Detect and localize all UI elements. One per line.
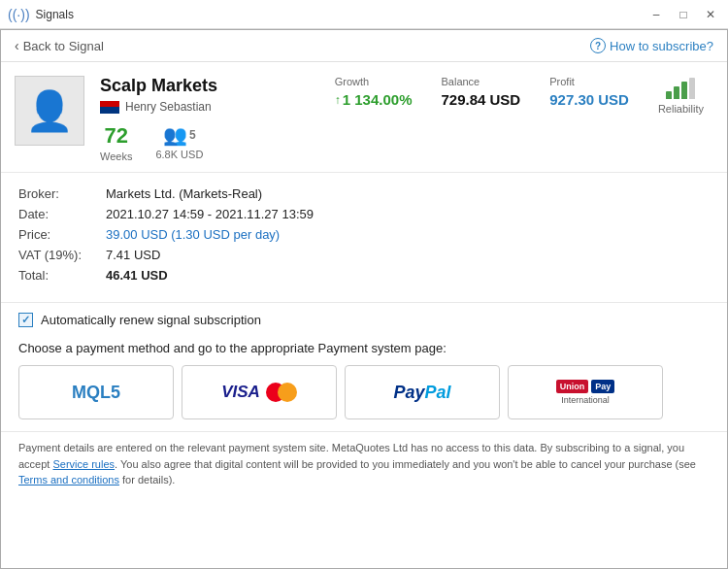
date-value: 2021.10.27 14:59 - 2021.11.27 13:59 xyxy=(106,207,314,221)
reliability-bars-icon xyxy=(666,76,695,99)
price-label: Price: xyxy=(18,227,106,242)
unionpay-label: International xyxy=(561,395,610,405)
payment-methods: MQL5 VISA PayPal xyxy=(18,365,710,419)
price-value: 39.00 USD (1.30 USD per day) xyxy=(106,227,280,242)
footer-note: Payment details are entered on the relev… xyxy=(1,431,727,496)
weeks-value: 72 xyxy=(104,123,127,149)
maximize-button[interactable]: □ xyxy=(674,5,693,24)
terms-link[interactable]: Terms and conditions xyxy=(18,474,119,485)
signal-header: 👤 Scalp Markets Henry Sebastian 72 Weeks… xyxy=(1,62,727,173)
total-label: Total: xyxy=(18,268,106,283)
profit-value: 927.30 USD xyxy=(549,91,629,108)
broker-row: Broker: Markets Ltd. (Markets-Real) xyxy=(18,186,710,201)
visa-payment-card[interactable]: VISA xyxy=(182,365,337,419)
signal-author: Henry Sebastian xyxy=(100,100,319,114)
vat-row: VAT (19%): 7.41 USD xyxy=(18,248,710,262)
subscribers-section: 👥 5 6.8K USD xyxy=(155,123,203,160)
total-value: 46.41 USD xyxy=(106,268,168,283)
signal-info: Scalp Markets Henry Sebastian 72 Weeks 👥… xyxy=(100,76,319,162)
date-label: Date: xyxy=(18,207,106,221)
vat-label: VAT (19%): xyxy=(18,248,106,262)
mc-orange-circle xyxy=(278,383,297,402)
auto-renew-checkbox[interactable]: ✓ xyxy=(18,313,33,327)
growth-value: 1 134.00% xyxy=(343,91,413,108)
mql5-payment-card[interactable]: MQL5 xyxy=(18,365,174,419)
unionpay-payment-card[interactable]: Union Pay International xyxy=(508,365,663,419)
growth-label: Growth xyxy=(335,76,369,87)
paypal-pay-text: Pay xyxy=(393,383,424,402)
visa-group: VISA xyxy=(221,383,297,402)
mql5-logo: MQL5 xyxy=(72,383,120,403)
help-circle-icon: ? xyxy=(590,38,606,53)
unionpay-top: Union Pay xyxy=(556,380,615,393)
back-to-signal-link[interactable]: ‹ Back to Signal xyxy=(15,38,104,53)
visa-logo: VISA xyxy=(221,383,260,402)
weeks-section: 72 Weeks xyxy=(100,123,132,162)
profit-stat: Profit 927.30 USD xyxy=(549,76,629,108)
growth-value-group: ↑ 1 134.00% xyxy=(335,91,413,108)
avatar: 👤 xyxy=(15,76,84,146)
how-to-subscribe-link[interactable]: ? How to subscribe? xyxy=(590,38,713,53)
main-window: ‹ Back to Signal ? How to subscribe? 👤 S… xyxy=(0,29,728,569)
auto-renew-label: Automatically renew signal subscription xyxy=(41,313,261,327)
profit-label: Profit xyxy=(549,76,575,87)
price-row: Price: 39.00 USD (1.30 USD per day) xyxy=(18,227,710,242)
back-label: Back to Signal xyxy=(23,39,104,53)
flag-icon xyxy=(100,101,119,114)
mastercard-logo xyxy=(266,383,297,402)
payment-section: Choose a payment method and go to the ap… xyxy=(1,333,727,431)
bar4 xyxy=(689,78,695,99)
nav-bar: ‹ Back to Signal ? How to subscribe? xyxy=(1,30,727,62)
reliability-label: Reliability xyxy=(658,103,704,115)
broker-label: Broker: xyxy=(18,186,106,201)
window-title: Signals xyxy=(36,8,74,21)
unionpay-logo: Union Pay International xyxy=(556,380,615,405)
subscribers-icon: 👥 xyxy=(163,123,187,147)
title-bar-controls: – □ ✕ xyxy=(646,5,720,24)
paypal-logo: PayPal xyxy=(393,383,450,403)
auto-renew-section[interactable]: ✓ Automatically renew signal subscriptio… xyxy=(1,303,727,333)
bar2 xyxy=(674,86,679,99)
up-blue-badge: Pay xyxy=(591,380,614,393)
up-red-badge: Union xyxy=(556,380,589,393)
how-to-subscribe-label: How to subscribe? xyxy=(610,39,713,53)
vat-value: 7.41 USD xyxy=(106,248,160,262)
footer-text2: . You also agree that digital content wi… xyxy=(115,458,696,470)
bar3 xyxy=(681,82,687,99)
subscribers-count: 5 xyxy=(189,128,196,142)
bar1 xyxy=(666,91,672,99)
signal-name: Scalp Markets xyxy=(100,76,319,96)
back-arrow-icon: ‹ xyxy=(15,38,19,53)
reliability-stat: Reliability xyxy=(658,76,704,115)
growth-arrow-icon: ↑ xyxy=(335,93,341,107)
footer-text3: for details). xyxy=(119,474,175,485)
avatar-icon: 👤 xyxy=(25,88,74,134)
details-section: Broker: Markets Ltd. (Markets-Real) Date… xyxy=(1,173,727,303)
service-rules-link[interactable]: Service rules xyxy=(52,458,115,470)
balance-value: 729.84 USD xyxy=(441,91,520,108)
broker-value: Markets Ltd. (Markets-Real) xyxy=(106,186,262,201)
weeks-label: Weeks xyxy=(100,151,132,162)
growth-stat: Growth ↑ 1 134.00% xyxy=(335,76,413,108)
subscribers-amount: 6.8K USD xyxy=(155,149,203,160)
paypal-pal-text: Pal xyxy=(425,383,451,402)
checkmark-icon: ✓ xyxy=(21,314,30,326)
paypal-payment-card[interactable]: PayPal xyxy=(345,365,500,419)
title-bar-left: ((·)) Signals xyxy=(8,7,74,22)
minimize-button[interactable]: – xyxy=(646,5,666,24)
payment-title: Choose a payment method and go to the ap… xyxy=(18,341,710,355)
total-row: Total: 46.41 USD xyxy=(18,268,710,283)
balance-label: Balance xyxy=(441,76,480,87)
close-button[interactable]: ✕ xyxy=(701,5,720,24)
date-row: Date: 2021.10.27 14:59 - 2021.11.27 13:5… xyxy=(18,207,710,221)
signals-icon: ((·)) xyxy=(8,7,30,22)
subscribers-icon-group: 👥 5 xyxy=(163,123,196,147)
title-bar: ((·)) Signals – □ ✕ xyxy=(0,0,728,29)
signal-stats: Growth ↑ 1 134.00% Balance 729.84 USD Pr… xyxy=(335,76,713,115)
balance-stat: Balance 729.84 USD xyxy=(441,76,520,108)
author-name: Henry Sebastian xyxy=(125,100,212,114)
